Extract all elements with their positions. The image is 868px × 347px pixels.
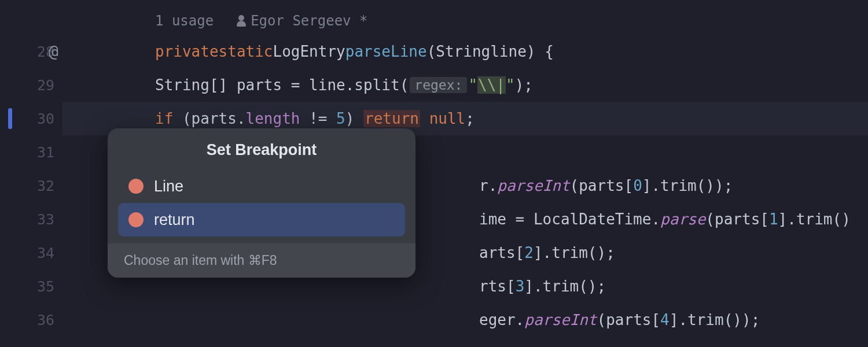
- inlay-meta-row: 1 usageEgor Sergeev *: [62, 7, 868, 35]
- gutter-line[interactable]: 34: [0, 236, 62, 270]
- popup-title: Set Breakpoint: [108, 128, 415, 169]
- override-icon[interactable]: @: [49, 42, 58, 61]
- keyword-if: if: [155, 110, 173, 127]
- gutter-line[interactable]: 32: [0, 169, 62, 202]
- parameter-hint: regex:: [410, 77, 467, 93]
- breakpoint-popup: Set Breakpoint Line return Choose an ite…: [108, 128, 415, 278]
- breakpoint-option-line[interactable]: Line: [118, 169, 405, 203]
- breakpoint-dot-icon: [128, 179, 144, 194]
- line-number: 37: [37, 345, 54, 348]
- line-number: 32: [37, 178, 54, 194]
- line-number: 34: [37, 245, 54, 261]
- option-label: return: [154, 211, 195, 229]
- breakpoint-indicator[interactable]: [8, 108, 12, 129]
- gutter-line[interactable]: 36: [0, 303, 62, 337]
- line-number: 31: [37, 144, 54, 161]
- gutter-spacer: [0, 7, 62, 35]
- keyword-static: static: [219, 43, 273, 60]
- gutter-line[interactable]: 28 @: [0, 35, 62, 68]
- gutter-line[interactable]: 37: [0, 337, 62, 347]
- keyword-private: private: [155, 43, 219, 60]
- gutter-line[interactable]: 33: [0, 202, 62, 236]
- type-name: LogEntry: [273, 43, 345, 60]
- line-number: 30: [37, 110, 54, 127]
- line-number: 36: [37, 312, 54, 328]
- line-number: 35: [37, 278, 54, 295]
- code-line[interactable]: private static LogEntry parseLine(String…: [62, 35, 868, 68]
- gutter-line[interactable]: 29: [0, 68, 62, 102]
- code-line[interactable]: String[] parts = line.split( regex: "\\|…: [62, 68, 868, 102]
- gutter: 28 @ 29 30 31 32 33 34 35 36 37: [0, 0, 62, 347]
- author-hint[interactable]: Egor Sergeev *: [251, 13, 367, 29]
- popup-items: Line return: [108, 169, 415, 243]
- keyword-return: return: [363, 110, 420, 127]
- code-line[interactable]: eger.parseInt(parts[4].trim());: [62, 303, 868, 337]
- breakpoint-dot-icon: [128, 212, 144, 227]
- line-number: 29: [37, 77, 54, 94]
- user-icon: [237, 16, 246, 25]
- gutter-line[interactable]: 35: [0, 270, 62, 303]
- method-name: parseLine: [345, 43, 427, 60]
- gutter-line[interactable]: 30: [0, 102, 62, 135]
- line-number: 33: [37, 211, 54, 228]
- gutter-line[interactable]: 31: [0, 135, 62, 169]
- usages-hint[interactable]: 1 usage: [155, 13, 214, 29]
- breakpoint-option-return[interactable]: return: [118, 203, 405, 237]
- option-label: Line: [154, 178, 183, 195]
- popup-footer-hint: Choose an item with ⌘F8: [108, 243, 415, 278]
